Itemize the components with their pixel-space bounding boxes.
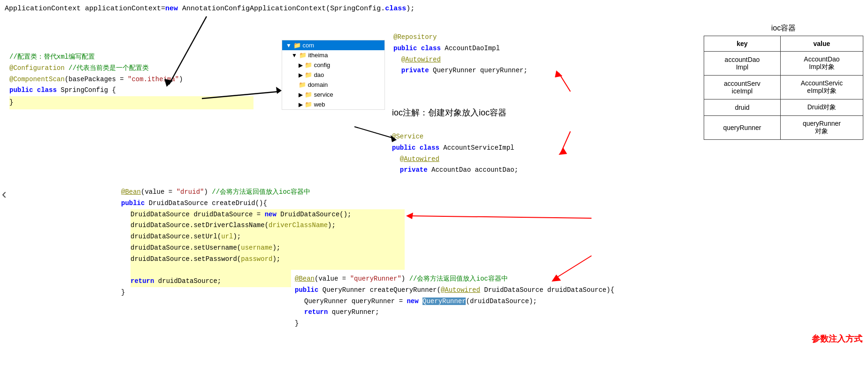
right-code-top: @Repository public class AccountDaoImpl … [390,28,573,80]
ioc-key-3: druid [704,99,781,116]
left-code-comment: //配置类：替代xml编写配置 [9,52,253,63]
ioc-row-1: accountDaoImpl AccountDaoImpl对象 [704,52,863,76]
autowired-annotation1: @Autowired [393,54,569,66]
tree-item-com[interactable]: ▼ 📁 com [282,40,384,50]
ioc-key-4: queryRunner [704,116,781,140]
accountserviceimpl-class: public class AccountServiceImpl [392,143,518,154]
left-code-class: public class SpringConfig { [9,85,253,96]
bean-queryrunner-close: } [295,318,639,329]
svg-line-8 [561,131,570,153]
bean-queryrunner-body: QueryRunner queryRunner = new QueryRunne… [304,296,639,319]
top-code-line: ApplicationContext applicationContext=ne… [5,4,415,15]
svg-marker-9 [559,148,567,155]
autowired-annotation2: @Autowired [392,154,518,165]
ioc-value-1: AccountDaoImpl对象 [780,52,863,76]
left-code-body: } [9,96,253,109]
ioc-value-2: AccountServiceImpl对象 [780,76,863,99]
tree-item-config[interactable]: ▶ 📁 config [282,60,384,70]
ioc-row-4: queryRunner queryRunner对象 [704,116,863,140]
nav-left-arrow[interactable]: ‹ [0,187,8,203]
service-code: @Service public class AccountServiceImpl… [392,131,518,176]
main-container: ‹ ApplicationContext applicationContext=… [0,0,868,389]
ioc-key-2: accountServiceImpl [704,76,781,99]
ioc-title: ioc容器 [704,23,863,33]
left-code-annotation1: @Configuration //代表当前类是一个配置类 [9,63,253,74]
ioc-value-4: queryRunner对象 [780,116,863,140]
ioc-table-header-value: value [780,36,863,52]
bottom-right-code: @Bean(value = "queryRunner") //会将方法返回值放入… [291,270,643,333]
tree-item-web[interactable]: ▶ 📁 web [282,99,384,109]
tree-item-domain[interactable]: 📁 domain [282,80,384,90]
ioc-table: key value accountDaoImpl AccountDaoImpl对… [704,36,863,140]
bean-queryrunner-annotation: @Bean(value = "queryRunner") //会将方法返回值放入… [295,274,639,285]
repository-annotation: @Repository [393,32,569,43]
service-annotation: @Service [392,131,518,143]
tree-item-itheima[interactable]: ▼ 📁 itheima [282,50,384,60]
canshu-label: 参数注入方式 [812,333,862,344]
file-tree-panel: ▼ 📁 com ▼ 📁 itheima ▶ 📁 config ▶ 📁 dao 📁… [282,40,385,110]
ioc-table-header-key: key [704,36,781,52]
left-code-annotation2: @ComponentScan(basePackages = "com.ithei… [9,74,253,85]
accountdao-field: private AccountDao accountDao; [392,165,518,176]
bean-druid-method: public DruidDataSource createDruid(){ [121,198,405,209]
svg-line-10 [408,216,591,218]
bean-queryrunner-method: public QueryRunner createQueryRunner(@Au… [295,285,639,296]
tree-item-dao[interactable]: ▶ 📁 dao [282,70,384,80]
ioc-label: ioc注解：创建对象放入ioc容器 [392,107,507,118]
ioc-row-3: druid Druid对象 [704,99,863,116]
ioc-row-2: accountServiceImpl AccountServiceImpl对象 [704,76,863,99]
ioc-table-container: ioc容器 key value accountDaoImpl AccountDa… [704,23,863,140]
svg-line-4 [354,127,394,138]
queryrunner-field: private QueryRunner queryRunner; [393,65,569,76]
bean-druid-annotation: @Bean(value = "druid") //会将方法返回值放入ioc容器中 [121,187,405,198]
tree-item-service[interactable]: ▶ 📁 service [282,90,384,99]
accountdaoimpl-class: public class AccountDaoImpl [393,43,569,54]
left-code-panel: //配置类：替代xml编写配置 @Configuration //代表当前类是一… [5,47,258,114]
ioc-key-1: accountDaoImpl [704,52,781,76]
svg-marker-3 [276,87,282,94]
ioc-value-3: Druid对象 [780,99,863,116]
